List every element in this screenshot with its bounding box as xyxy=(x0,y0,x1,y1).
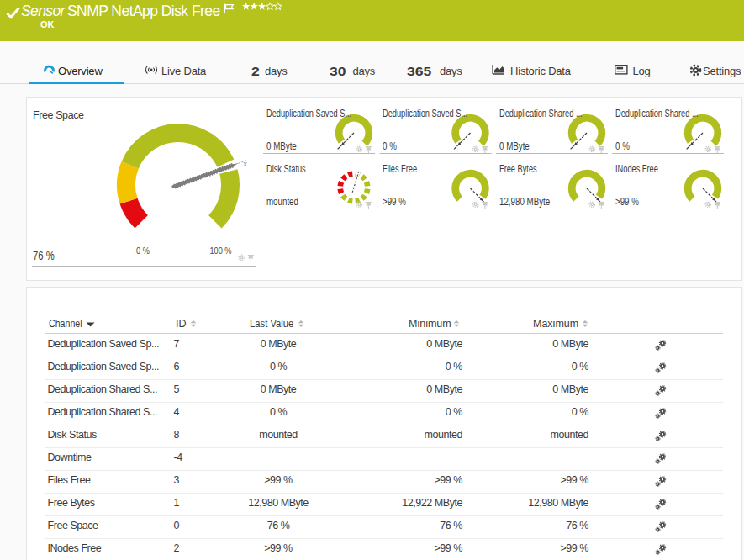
svg-text:0 %: 0 % xyxy=(136,246,150,256)
svg-text:100 %: 100 % xyxy=(209,246,231,256)
svg-text:x: x xyxy=(243,159,247,168)
